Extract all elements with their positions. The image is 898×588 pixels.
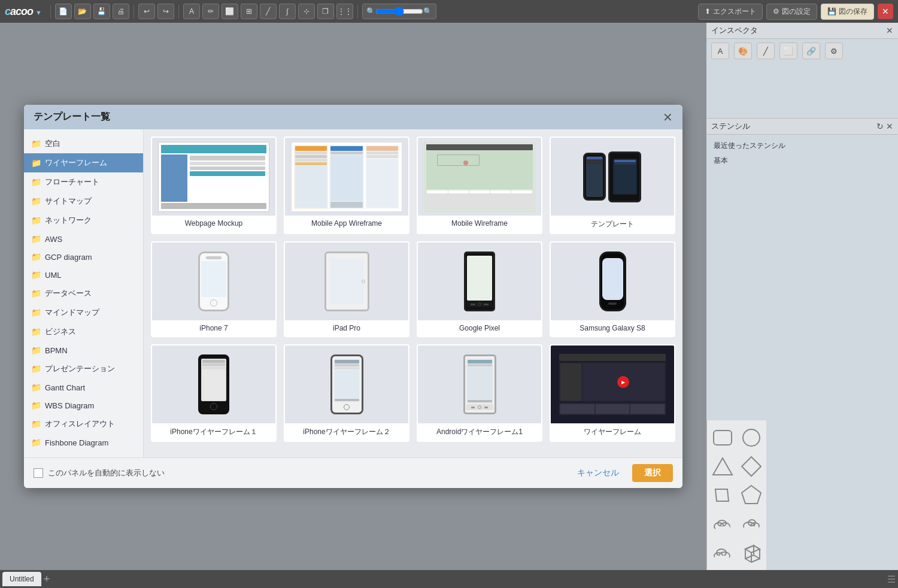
sidebar-item-3[interactable]: 📁サイトマップ [24,192,143,211]
folder-icon: 📁 [31,177,41,187]
shape-circle[interactable] [739,425,764,450]
sidebar-label: ワイヤーフレーム [45,157,107,168]
sidebar-item-12[interactable]: 📁プレゼンテーション [24,359,143,378]
sidebar-item-0[interactable]: 📁空白 [24,134,143,153]
sidebar-item-14[interactable]: 📁WBS Diagram [24,396,143,414]
toolbar-btn-pen[interactable]: ✏ [202,4,219,19]
template-card-google-pixel[interactable]: Google Pixel [417,241,542,337]
inspector-close-button[interactable]: ✕ [886,26,893,35]
template-thumb-google-pixel [418,243,541,320]
sidebar-item-7[interactable]: 📁UML [24,266,143,284]
diagram-settings-button[interactable]: ⚙ 図の設定 [766,4,817,20]
template-card-iphone7[interactable]: iPhone 7 [151,241,277,337]
toolbar-btn-print[interactable]: 🖨 [113,4,129,19]
sidebar-item-6[interactable]: 📁GCP diagram [24,248,143,266]
shape-diamond[interactable] [739,454,764,479]
sidebar-item-2[interactable]: 📁フローチャート [24,172,143,192]
sidebar-item-16[interactable]: 📁Fishbone Diagram [24,434,143,451]
save-diagram-button[interactable]: 💾 図の保存 [821,4,874,20]
template-label-android-wf: Androidワイヤーフレーム1 [418,423,541,441]
canvas-area[interactable]: テンプレート一覧 ✕ 📁空白📁ワイヤーフレーム📁フローチャート📁サイトマップ📁ネ… [0,23,706,570]
add-tab-button[interactable]: + [44,574,50,584]
sidebar-item-17[interactable]: 📁PERT Chart [24,451,143,457]
app-logo[interactable]: cacoo ▼ [5,5,41,18]
template-card-wireframe[interactable]: ▶ [550,344,675,442]
folder-icon: 📁 [31,419,41,429]
shape-3d-box[interactable] [739,540,764,565]
shape-triangle[interactable] [710,454,735,479]
template-card-mobile-app-wireframe[interactable]: Mobile App Wireframe [284,137,409,234]
sidebar-label: Fishbone Diagram [45,438,108,447]
sidebar-label: Gantt Chart [45,383,85,392]
shape-cloud3[interactable] [710,540,735,565]
svg-rect-9 [715,526,730,531]
close-button[interactable]: ✕ [878,4,893,19]
inspector-tool-link[interactable]: 🔗 [802,43,820,59]
template-label-google-pixel: Google Pixel [418,320,541,336]
folder-icon: 📁 [31,401,41,410]
sidebar-item-9[interactable]: 📁マインドマップ [24,303,143,322]
tab-untitled[interactable]: Untitled [2,572,41,586]
inspector-tool-shape[interactable]: ⬜ [779,43,797,59]
toolbar-btn-open[interactable]: 📂 [74,4,91,19]
sidebar-item-4[interactable]: 📁ネットワーク [24,211,143,230]
stencil-item-recent[interactable]: 最近使ったステンシル [711,140,893,152]
zoom-slider[interactable] [375,7,423,16]
right-panels: インスペクタ ✕ A 🎨 ╱ ⬜ 🔗 ⚙ ステンシル ↻ ✕ [706,23,898,570]
stencil-refresh-button[interactable]: ↻ [876,122,884,131]
toolbar-btn-clone[interactable]: ❐ [317,4,334,19]
top-toolbar: cacoo ▼ 📄 📂 💾 🖨 ↩ ↪ A ✏ ⬜ ⊞ ╱ ∫ ⊹ ❐ ⋮⋮ 🔍… [0,0,898,23]
template-card-template[interactable]: テンプレート [550,137,675,234]
sidebar-item-8[interactable]: 📁データベース [24,284,143,303]
toolbar-btn-new[interactable]: 📄 [55,4,72,19]
toolbar-btn-grid[interactable]: ⊹ [298,4,315,19]
svg-marker-4 [715,489,729,501]
inspector-tool-line[interactable]: ╱ [757,43,775,59]
shape-cloud1[interactable] [710,511,735,537]
toolbar-btn-undo[interactable]: ↩ [138,4,155,19]
bottom-right-menu[interactable]: ☰ [887,574,896,585]
template-card-mobile-wireframe[interactable]: Mobile Wireframe [417,137,542,234]
toolbar-btn-text[interactable]: A [183,4,200,19]
shape-parallelogram[interactable] [710,483,735,508]
toolbar-btn-redo[interactable]: ↪ [157,4,174,19]
template-card-iphone-wf1[interactable]: iPhoneワイヤーフレーム１ [151,344,277,442]
template-card-webpage-mockup[interactable]: Webpage Mockup [151,137,277,234]
inspector-tool-fill[interactable]: 🎨 [734,43,752,59]
export-button[interactable]: ⬆ エクスポート [698,4,763,20]
toolbar-btn-save[interactable]: 💾 [93,4,110,19]
toolbar-btn-table[interactable]: ⊞ [241,4,257,19]
template-label-iphone-wf2: iPhoneワイヤーフレーム２ [285,423,408,441]
export-icon: ⬆ [705,7,711,16]
toolbar-separator-1 [50,5,51,18]
inspector-tool-more[interactable]: ⚙ [825,43,843,59]
toolbar-btn-line[interactable]: ╱ [260,4,277,19]
select-button[interactable]: 選択 [632,464,673,482]
template-label-ipad: iPad Pro [285,320,408,336]
sidebar-item-1[interactable]: 📁ワイヤーフレーム [24,153,143,172]
stencil-panel: ステンシル ↻ ✕ 最近使ったステンシル 基本 [706,119,898,420]
stencil-close-button[interactable]: ✕ [886,122,893,131]
toolbar-btn-curve[interactable]: ∫ [279,4,296,19]
template-card-ipad-pro[interactable]: iPad Pro [284,241,409,337]
folder-icon: 📁 [31,308,41,317]
inspector-tool-text[interactable]: A [711,43,729,59]
sidebar-item-15[interactable]: 📁オフィスレイアウト [24,414,143,434]
sidebar-item-5[interactable]: 📁AWS [24,230,143,248]
toolbar-btn-more[interactable]: ⋮⋮ [336,4,353,19]
cancel-button[interactable]: キャンセル [569,464,627,482]
toolbar-btn-zoom[interactable]: 🔍 🔍 [362,4,436,19]
shape-rounded-rect[interactable] [710,425,735,450]
sidebar-item-10[interactable]: 📁ビジネス [24,322,143,341]
auto-show-checkbox[interactable] [34,468,43,478]
template-card-iphone-wf2[interactable]: iPhoneワイヤーフレーム２ [284,344,409,442]
shape-cloud2[interactable] [739,511,764,537]
stencil-item-basic[interactable]: 基本 [711,154,893,167]
sidebar-item-11[interactable]: 📁BPMN [24,341,143,359]
template-card-samsung[interactable]: Samsung Galaxy S8 [550,241,675,337]
template-card-android-wf[interactable]: Androidワイヤーフレーム1 [417,344,542,442]
modal-close-button[interactable]: ✕ [663,111,673,123]
sidebar-item-13[interactable]: 📁Gantt Chart [24,378,143,396]
shape-pentagon[interactable] [739,483,764,508]
toolbar-btn-shape[interactable]: ⬜ [222,4,238,19]
